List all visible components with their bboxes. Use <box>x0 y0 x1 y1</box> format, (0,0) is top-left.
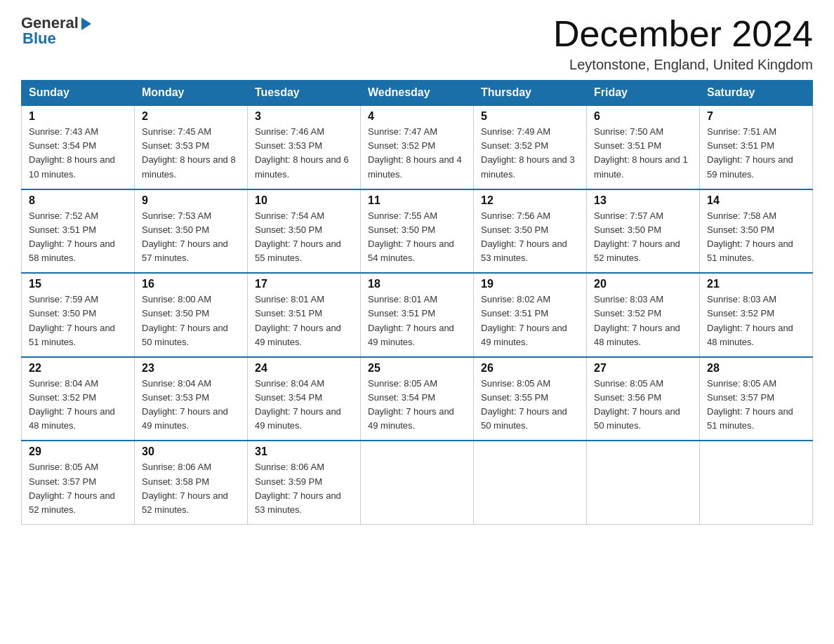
day-info: Sunrise: 7:57 AMSunset: 3:50 PMDaylight:… <box>594 209 692 266</box>
calendar-cell: 26 Sunrise: 8:05 AMSunset: 3:55 PMDaylig… <box>474 357 587 441</box>
calendar-table: SundayMondayTuesdayWednesdayThursdayFrid… <box>21 80 813 525</box>
day-info: Sunrise: 7:53 AMSunset: 3:50 PMDaylight:… <box>142 209 240 266</box>
calendar-cell: 17 Sunrise: 8:01 AMSunset: 3:51 PMDaylig… <box>248 273 361 357</box>
day-number: 11 <box>368 194 466 207</box>
day-info: Sunrise: 8:01 AMSunset: 3:51 PMDaylight:… <box>368 293 466 349</box>
day-number: 13 <box>594 194 692 207</box>
title-section: December 2024 Leytonstone, England, Unit… <box>553 14 813 73</box>
day-info: Sunrise: 7:46 AMSunset: 3:53 PMDaylight:… <box>255 125 353 182</box>
calendar-week-2: 8 Sunrise: 7:52 AMSunset: 3:51 PMDayligh… <box>22 189 813 274</box>
calendar-cell: 10 Sunrise: 7:54 AMSunset: 3:50 PMDaylig… <box>248 189 361 274</box>
day-number: 22 <box>29 362 127 375</box>
day-info: Sunrise: 7:54 AMSunset: 3:50 PMDaylight:… <box>255 209 353 266</box>
day-header-tuesday: Tuesday <box>248 81 361 106</box>
calendar-cell: 29 Sunrise: 8:05 AMSunset: 3:57 PMDaylig… <box>22 441 135 524</box>
day-number: 28 <box>707 362 805 375</box>
calendar-cell: 5 Sunrise: 7:49 AMSunset: 3:52 PMDayligh… <box>474 105 587 189</box>
day-info: Sunrise: 8:04 AMSunset: 3:54 PMDaylight:… <box>255 377 353 434</box>
day-info: Sunrise: 7:59 AMSunset: 3:50 PMDaylight:… <box>29 293 127 349</box>
calendar-cell <box>587 441 700 524</box>
day-number: 24 <box>255 362 353 375</box>
calendar-cell: 19 Sunrise: 8:02 AMSunset: 3:51 PMDaylig… <box>474 273 587 357</box>
day-number: 16 <box>142 278 240 290</box>
day-info: Sunrise: 7:49 AMSunset: 3:52 PMDaylight:… <box>481 125 579 182</box>
day-info: Sunrise: 8:05 AMSunset: 3:56 PMDaylight:… <box>594 377 692 434</box>
calendar-cell: 22 Sunrise: 8:04 AMSunset: 3:52 PMDaylig… <box>22 357 135 441</box>
day-number: 29 <box>29 445 127 458</box>
calendar-cell: 30 Sunrise: 8:06 AMSunset: 3:58 PMDaylig… <box>135 441 248 524</box>
day-number: 8 <box>29 194 127 207</box>
calendar-cell: 1 Sunrise: 7:43 AMSunset: 3:54 PMDayligh… <box>22 105 135 189</box>
day-number: 26 <box>481 362 579 375</box>
logo: General Blue <box>21 14 91 48</box>
day-number: 19 <box>481 278 579 290</box>
day-info: Sunrise: 7:43 AMSunset: 3:54 PMDaylight:… <box>29 125 127 182</box>
day-info: Sunrise: 7:47 AMSunset: 3:52 PMDaylight:… <box>368 125 466 182</box>
calendar-cell <box>700 441 813 524</box>
day-number: 23 <box>142 362 240 375</box>
calendar-cell: 11 Sunrise: 7:55 AMSunset: 3:50 PMDaylig… <box>361 189 474 274</box>
day-info: Sunrise: 8:03 AMSunset: 3:52 PMDaylight:… <box>594 293 692 349</box>
day-info: Sunrise: 8:02 AMSunset: 3:51 PMDaylight:… <box>481 293 579 349</box>
day-info: Sunrise: 8:05 AMSunset: 3:57 PMDaylight:… <box>707 377 805 434</box>
day-info: Sunrise: 8:01 AMSunset: 3:51 PMDaylight:… <box>255 293 353 349</box>
day-info: Sunrise: 8:05 AMSunset: 3:55 PMDaylight:… <box>481 377 579 434</box>
day-info: Sunrise: 8:04 AMSunset: 3:52 PMDaylight:… <box>29 377 127 434</box>
calendar-cell: 20 Sunrise: 8:03 AMSunset: 3:52 PMDaylig… <box>587 273 700 357</box>
day-number: 17 <box>255 278 353 290</box>
location-text: Leytonstone, England, United Kingdom <box>553 57 813 73</box>
day-header-monday: Monday <box>135 81 248 106</box>
calendar-cell <box>474 441 587 524</box>
day-info: Sunrise: 7:58 AMSunset: 3:50 PMDaylight:… <box>707 209 805 266</box>
calendar-cell: 15 Sunrise: 7:59 AMSunset: 3:50 PMDaylig… <box>22 273 135 357</box>
day-number: 27 <box>594 362 692 375</box>
calendar-cell: 16 Sunrise: 8:00 AMSunset: 3:50 PMDaylig… <box>135 273 248 357</box>
day-header-sunday: Sunday <box>22 81 135 106</box>
day-info: Sunrise: 7:45 AMSunset: 3:53 PMDaylight:… <box>142 125 240 182</box>
calendar-cell: 18 Sunrise: 8:01 AMSunset: 3:51 PMDaylig… <box>361 273 474 357</box>
day-info: Sunrise: 8:00 AMSunset: 3:50 PMDaylight:… <box>142 293 240 349</box>
day-number: 4 <box>368 110 466 123</box>
calendar-week-5: 29 Sunrise: 8:05 AMSunset: 3:57 PMDaylig… <box>22 441 813 524</box>
day-number: 25 <box>368 362 466 375</box>
calendar-cell: 9 Sunrise: 7:53 AMSunset: 3:50 PMDayligh… <box>135 189 248 274</box>
calendar-cell <box>361 441 474 524</box>
calendar-header-row: SundayMondayTuesdayWednesdayThursdayFrid… <box>22 81 813 106</box>
calendar-cell: 14 Sunrise: 7:58 AMSunset: 3:50 PMDaylig… <box>700 189 813 274</box>
calendar-cell: 7 Sunrise: 7:51 AMSunset: 3:51 PMDayligh… <box>700 105 813 189</box>
logo-blue-text: Blue <box>22 29 56 48</box>
day-number: 12 <box>481 194 579 207</box>
calendar-week-4: 22 Sunrise: 8:04 AMSunset: 3:52 PMDaylig… <box>22 357 813 441</box>
day-header-saturday: Saturday <box>700 81 813 106</box>
calendar-cell: 4 Sunrise: 7:47 AMSunset: 3:52 PMDayligh… <box>361 105 474 189</box>
day-info: Sunrise: 7:51 AMSunset: 3:51 PMDaylight:… <box>707 125 805 182</box>
day-number: 14 <box>707 194 805 207</box>
day-header-friday: Friday <box>587 81 700 106</box>
day-info: Sunrise: 8:03 AMSunset: 3:52 PMDaylight:… <box>707 293 805 349</box>
logo-arrow-icon <box>81 18 91 30</box>
calendar-cell: 27 Sunrise: 8:05 AMSunset: 3:56 PMDaylig… <box>587 357 700 441</box>
calendar-week-3: 15 Sunrise: 7:59 AMSunset: 3:50 PMDaylig… <box>22 273 813 357</box>
calendar-cell: 12 Sunrise: 7:56 AMSunset: 3:50 PMDaylig… <box>474 189 587 274</box>
day-info: Sunrise: 7:50 AMSunset: 3:51 PMDaylight:… <box>594 125 692 182</box>
day-info: Sunrise: 8:05 AMSunset: 3:54 PMDaylight:… <box>368 377 466 434</box>
calendar-cell: 31 Sunrise: 8:06 AMSunset: 3:59 PMDaylig… <box>248 441 361 524</box>
calendar-cell: 23 Sunrise: 8:04 AMSunset: 3:53 PMDaylig… <box>135 357 248 441</box>
day-number: 21 <box>707 278 805 290</box>
calendar-cell: 28 Sunrise: 8:05 AMSunset: 3:57 PMDaylig… <box>700 357 813 441</box>
day-header-thursday: Thursday <box>474 81 587 106</box>
day-number: 3 <box>255 110 353 123</box>
day-info: Sunrise: 8:06 AMSunset: 3:59 PMDaylight:… <box>255 460 353 517</box>
calendar-cell: 21 Sunrise: 8:03 AMSunset: 3:52 PMDaylig… <box>700 273 813 357</box>
page-header: General Blue December 2024 Leytonstone, … <box>21 14 813 73</box>
day-info: Sunrise: 7:52 AMSunset: 3:51 PMDaylight:… <box>29 209 127 266</box>
calendar-cell: 3 Sunrise: 7:46 AMSunset: 3:53 PMDayligh… <box>248 105 361 189</box>
calendar-cell: 24 Sunrise: 8:04 AMSunset: 3:54 PMDaylig… <box>248 357 361 441</box>
day-info: Sunrise: 8:04 AMSunset: 3:53 PMDaylight:… <box>142 377 240 434</box>
calendar-cell: 6 Sunrise: 7:50 AMSunset: 3:51 PMDayligh… <box>587 105 700 189</box>
day-number: 20 <box>594 278 692 290</box>
day-info: Sunrise: 7:56 AMSunset: 3:50 PMDaylight:… <box>481 209 579 266</box>
day-number: 15 <box>29 278 127 290</box>
calendar-week-1: 1 Sunrise: 7:43 AMSunset: 3:54 PMDayligh… <box>22 105 813 189</box>
day-number: 31 <box>255 445 353 458</box>
